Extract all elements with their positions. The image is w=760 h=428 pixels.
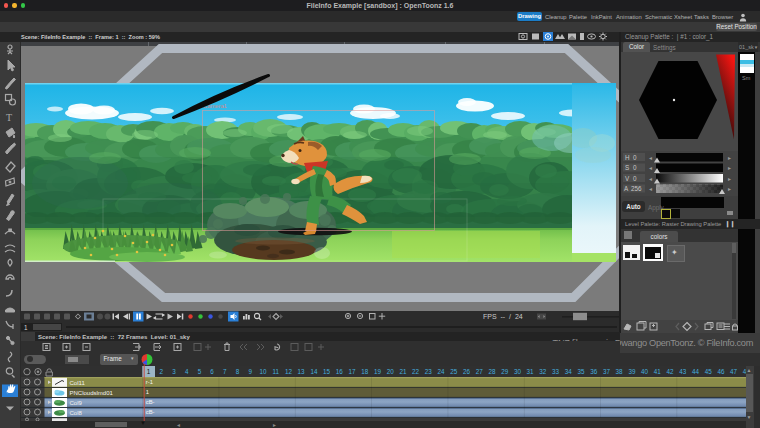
svg-text:FPS -- / 24: FPS -- / 24 xyxy=(483,313,523,320)
svg-text:0: 0 xyxy=(633,164,637,171)
svg-text:◂: ◂ xyxy=(649,155,652,161)
svg-text:◂: ◂ xyxy=(649,176,652,182)
svg-text:H: H xyxy=(625,154,630,161)
svg-text:256: 256 xyxy=(631,185,642,192)
svg-text:Col8: Col8 xyxy=(69,410,82,416)
svg-text:▸: ▸ xyxy=(728,155,731,161)
svg-text:1: 1 xyxy=(145,389,148,395)
svg-text:cB-: cB- xyxy=(145,399,154,405)
svg-text:PNCloudslmd01: PNCloudslmd01 xyxy=(69,390,113,396)
svg-text:Col11: Col11 xyxy=(69,380,85,386)
svg-text:r-1: r-1 xyxy=(145,379,152,385)
svg-text:▸: ▸ xyxy=(728,165,731,171)
svg-text:T: T xyxy=(6,112,12,123)
svg-text:▸: ▸ xyxy=(728,186,731,192)
svg-text:◂: ◂ xyxy=(649,186,652,192)
svg-text:▸: ▸ xyxy=(728,176,731,182)
svg-text:cB-: cB- xyxy=(145,409,154,415)
svg-text:◂: ◂ xyxy=(649,165,652,171)
svg-text:0: 0 xyxy=(633,154,637,161)
svg-text:Col9: Col9 xyxy=(69,400,82,406)
svg-text:S: S xyxy=(625,164,629,171)
svg-text:0: 0 xyxy=(633,175,637,182)
